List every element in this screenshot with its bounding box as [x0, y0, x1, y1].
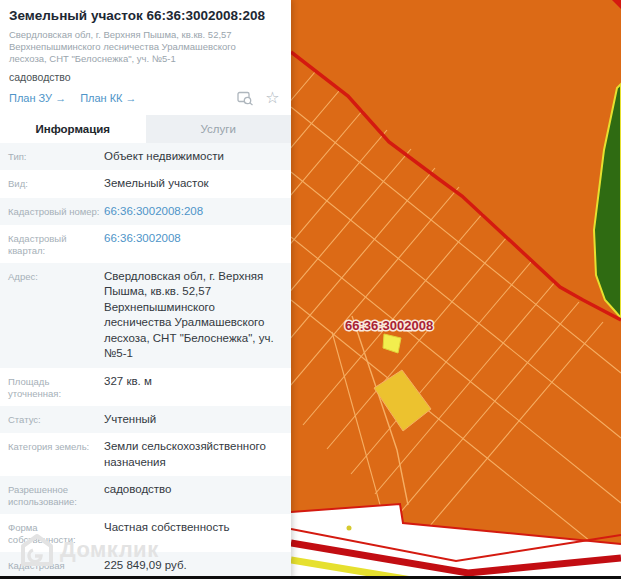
row-label: Статус:	[8, 412, 104, 426]
star-icon[interactable]: ☆	[264, 90, 281, 107]
parcel-address-subtitle: Свердловская обл, г. Верхняя Пышма, кв.к…	[9, 29, 271, 66]
row-value: Объект недвижимости	[104, 149, 283, 165]
row-label: Разрешенное использование:	[8, 482, 104, 508]
row-label: Адрес:	[8, 269, 104, 283]
panel-header: Земельный участок 66:36:3002008:208 Свер…	[0, 0, 291, 115]
row-value: Учтенный	[104, 412, 283, 428]
tab-services[interactable]: Услуги	[146, 115, 292, 143]
table-row-permitted-use: Разрешенное использование: садоводство	[0, 476, 291, 514]
land-use-text: садоводство	[9, 71, 281, 83]
table-row-type: Тип: Объект недвижимости	[0, 143, 291, 171]
row-value: Земли сельскохозяйственного назначения	[104, 439, 283, 470]
quarter-label[interactable]: 66:36:3002008	[345, 318, 433, 333]
small-map-dot	[347, 526, 352, 531]
row-value: Земельный участок	[104, 176, 283, 192]
plan-links-row: План ЗУ → План КК → ☆	[9, 90, 281, 115]
domclick-house-icon	[20, 533, 54, 567]
table-row-cadastral-quarter: Кадастровый квартал: 66:36:3002008	[0, 225, 291, 263]
row-label: Площадь уточненная:	[8, 374, 104, 400]
row-label: Вид:	[8, 176, 104, 190]
cadastral-number-link[interactable]: 66:36:3002008:208	[104, 204, 283, 220]
tab-information[interactable]: Информация	[0, 115, 146, 143]
table-row-status: Статус: Учтенный	[0, 406, 291, 434]
table-row-address: Адрес: Свердловская обл, г. Верхняя Пышм…	[0, 263, 291, 368]
row-label: Кадастровый номер:	[8, 204, 104, 218]
row-label: Категория земель:	[8, 439, 104, 453]
table-row-land-category: Категория земель: Земли сельскохозяйстве…	[0, 433, 291, 476]
domclick-watermark: Домклик	[20, 533, 159, 567]
row-label: Тип:	[8, 149, 104, 163]
row-value: садоводство	[104, 482, 283, 498]
header-icons: ☆	[237, 90, 281, 107]
row-value: 327 кв. м	[104, 374, 283, 390]
table-row-area: Площадь уточненная: 327 кв. м	[0, 368, 291, 406]
cadastral-quarter-link[interactable]: 66:36:3002008	[104, 231, 283, 247]
page-title: Земельный участок 66:36:3002008:208	[9, 8, 281, 24]
panel-tabs: Информация Услуги	[0, 115, 291, 143]
plan-zu-link[interactable]: План ЗУ →	[9, 92, 66, 104]
brand-name: Домклик	[60, 537, 159, 563]
parcel-info-panel: Земельный участок 66:36:3002008:208 Свер…	[0, 0, 291, 579]
info-table: Тип: Объект недвижимости Вид: Земельный …	[0, 143, 291, 579]
map-parcel-area	[291, 0, 621, 579]
map-search-icon[interactable]	[237, 90, 254, 107]
plan-kk-link[interactable]: План КК →	[80, 92, 136, 104]
row-label: Кадастровый квартал:	[8, 231, 104, 257]
table-row-kind: Вид: Земельный участок	[0, 170, 291, 198]
row-value: Свердловская обл, г. Верхняя Пышма, кв.к…	[104, 269, 283, 362]
cadastral-map[interactable]: 66:36:3002008 66:36:3002008	[291, 0, 621, 579]
table-row-cadastral-number: Кадастровый номер: 66:36:3002008:208	[0, 198, 291, 226]
